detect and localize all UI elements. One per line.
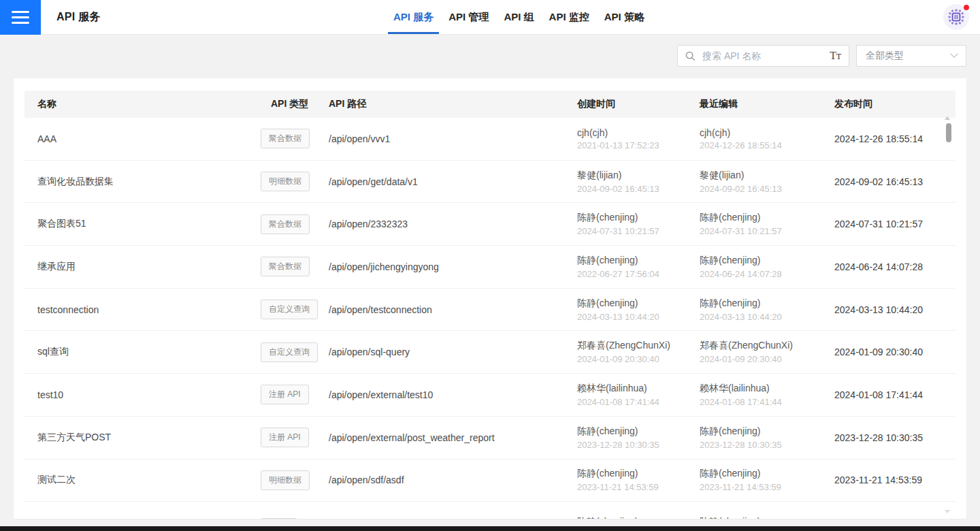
search-box: Tᴛ xyxy=(677,45,849,67)
edited-cell: 陈静(chenjing) xyxy=(700,516,834,519)
api-path: /api/open/vvv1 xyxy=(329,133,577,144)
user-name: 陈静(chenjing) xyxy=(700,255,834,267)
table-row[interactable]: 继承应用聚合数据/api/open/jichengyingyong陈静(chen… xyxy=(24,246,956,289)
user-name: cjh(cjh) xyxy=(577,127,700,138)
search-icon xyxy=(685,51,696,61)
api-name: 聚合图表51 xyxy=(37,218,261,230)
search-input[interactable] xyxy=(701,50,826,62)
table-row[interactable]: testconnection自定义查询/api/open/testconnect… xyxy=(24,289,956,332)
apps-grid-icon xyxy=(947,8,965,26)
published-time: 2024-06-24 14:07:28 xyxy=(834,261,943,272)
edited-cell: 陈静(chenjing)2024-07-31 10:21:57 xyxy=(700,212,834,236)
timestamp: 2023-11-21 14:53:59 xyxy=(700,482,834,492)
api-type-cell: 自定义查询 xyxy=(261,342,329,362)
api-type-badge: 自定义查询 xyxy=(261,342,318,362)
api-path: /api/open/2332323 xyxy=(329,219,577,229)
api-path: /api/open/external/post_weather_report xyxy=(329,432,577,443)
api-type-cell: 明细数据 xyxy=(261,172,329,191)
type-filter-value: 全部类型 xyxy=(866,50,904,62)
timestamp: 2021-01-13 17:52:23 xyxy=(577,140,700,150)
tab-0[interactable]: API 服务 xyxy=(388,0,439,34)
tab-label: API 组 xyxy=(504,11,534,24)
table-header: 名称API 类型API 路径创建时间最近编辑发布时间 xyxy=(24,91,956,118)
menu-button[interactable] xyxy=(0,0,41,35)
api-path: /api/open/sql-query xyxy=(329,347,577,357)
edited-cell: 陈静(chenjing)2023-11-21 14:53:59 xyxy=(700,468,834,492)
tab-2[interactable]: API 组 xyxy=(498,0,539,34)
api-path: /api/open/sdf/asdf xyxy=(329,474,577,485)
api-type-badge: 明细数据 xyxy=(261,172,310,191)
api-type-cell: 自定义查询 xyxy=(261,300,329,319)
window-bottom-edge xyxy=(0,526,980,531)
user-name: 郑春喜(ZhengChunXi) xyxy=(577,340,700,352)
published-time: 2023-12-28 10:30:35 xyxy=(834,432,943,443)
created-cell: 陈静(chenjing) xyxy=(577,516,700,519)
api-name: 第三方天气POST xyxy=(37,432,261,444)
table-row[interactable]: 查询化妆品数据集明细数据/api/open/get/data/v1黎健(liji… xyxy=(24,161,956,204)
table-row[interactable]: 聚合图表51聚合数据/api/open/2332323陈静(chenjing)2… xyxy=(24,203,956,246)
created-cell: 黎健(lijian)2024-09-02 16:45:13 xyxy=(577,170,700,194)
api-type-cell: 聚合数据 xyxy=(261,129,329,148)
table-row[interactable]: 测试二次明细数据/api/open/sdf/asdf陈静(chenjing)20… xyxy=(24,460,956,502)
timestamp: 2022-06-27 17:56:04 xyxy=(577,269,700,279)
edited-cell: 赖林华(lailinhua)2024-01-08 17:41:44 xyxy=(700,383,834,407)
api-name: sql查询 xyxy=(37,346,261,358)
table-row[interactable]: test10注册 API/api/open/external/test10赖林华… xyxy=(24,374,956,417)
scrollbar-thumb[interactable] xyxy=(946,123,951,142)
timestamp: 2024-01-08 17:41:44 xyxy=(577,397,700,407)
timestamp: 2024-07-31 10:21:57 xyxy=(700,226,834,236)
header-tabs: API 服务API 管理API 组API 监控API 策略 xyxy=(388,0,654,34)
timestamp: 2024-12-26 18:55:14 xyxy=(700,140,834,150)
api-table-card: 名称API 类型API 路径创建时间最近编辑发布时间 AAA聚合数据/api/o… xyxy=(14,78,966,519)
timestamp: 2023-12-28 10:30:35 xyxy=(577,440,700,450)
edited-cell: 陈静(chenjing)2024-06-24 14:07:28 xyxy=(700,255,834,279)
api-type-cell: 注册 API xyxy=(261,428,329,447)
edited-cell: 陈静(chenjing)2023-12-28 10:30:35 xyxy=(700,425,834,450)
api-type-badge: 自定义查询 xyxy=(261,300,318,319)
api-type-badge: 聚合数据 xyxy=(261,214,310,234)
api-type-cell: 明细数据 xyxy=(261,470,329,490)
hamburger-icon xyxy=(12,11,29,24)
match-case-icon[interactable]: Tᴛ xyxy=(826,50,841,61)
chevron-down-icon xyxy=(950,50,958,58)
api-path: /api/open/external/test10 xyxy=(329,389,577,400)
tab-4[interactable]: API 策略 xyxy=(599,0,650,34)
table-row[interactable]: 第三方天气POST注册 API/api/open/external/post_w… xyxy=(24,417,956,460)
table-row[interactable]: sql查询自定义查询/api/open/sql-query郑春喜(ZhengCh… xyxy=(24,331,956,374)
tab-label: API 服务 xyxy=(393,11,434,24)
type-filter-select[interactable]: 全部类型 xyxy=(856,45,966,67)
published-time: 2023-11-21 14:53:59 xyxy=(834,474,943,485)
timestamp: 2024-07-31 10:21:57 xyxy=(577,226,700,236)
user-name: 赖林华(lailinhua) xyxy=(577,383,700,395)
api-name: 继承应用 xyxy=(37,261,261,273)
api-type-cell: 注册 API xyxy=(261,385,329,404)
published-time: 2024-09-02 16:45:13 xyxy=(834,176,943,187)
edited-cell: 黎健(lijian)2024-09-02 16:45:13 xyxy=(700,170,834,194)
api-name: test10 xyxy=(37,389,261,400)
api-type-badge: 注册 API xyxy=(261,428,309,447)
timestamp: 2024-06-24 14:07:28 xyxy=(700,269,834,279)
scrollbar-down-arrow[interactable] xyxy=(945,510,950,513)
edited-cell: 郑春喜(ZhengChunXi)2024-01-09 20:30:40 xyxy=(700,340,834,364)
published-time: 2024-03-13 10:44:20 xyxy=(834,304,943,315)
user-name: 陈静(chenjing) xyxy=(577,468,700,480)
column-header-5: 发布时间 xyxy=(834,98,943,110)
table-row[interactable]: AAA聚合数据/api/open/vvv1cjh(cjh)2021-01-13 … xyxy=(24,118,956,161)
api-name: 测试二次 xyxy=(37,474,261,486)
timestamp: 2024-01-09 20:30:40 xyxy=(700,354,834,364)
tab-label: API 监控 xyxy=(549,11,589,24)
api-type-cell xyxy=(261,517,329,519)
timestamp: 2024-01-08 17:41:44 xyxy=(700,397,834,407)
scrollbar-up-arrow[interactable] xyxy=(945,116,950,120)
edited-cell: cjh(cjh)2024-12-26 18:55:14 xyxy=(700,127,834,150)
tab-1[interactable]: API 管理 xyxy=(443,0,494,34)
user-name: 陈静(chenjing) xyxy=(577,425,700,438)
table-body: AAA聚合数据/api/open/vvv1cjh(cjh)2021-01-13 … xyxy=(14,118,966,519)
table-row[interactable]: 陈静(chenjing)陈静(chenjing) xyxy=(24,502,956,519)
user-name: cjh(cjh) xyxy=(700,127,834,138)
api-name: testconnection xyxy=(37,304,261,315)
notification-dot xyxy=(964,5,969,10)
user-avatar[interactable] xyxy=(943,4,969,30)
tab-3[interactable]: API 监控 xyxy=(544,0,595,34)
published-time: 2024-12-26 18:55:14 xyxy=(834,133,943,144)
